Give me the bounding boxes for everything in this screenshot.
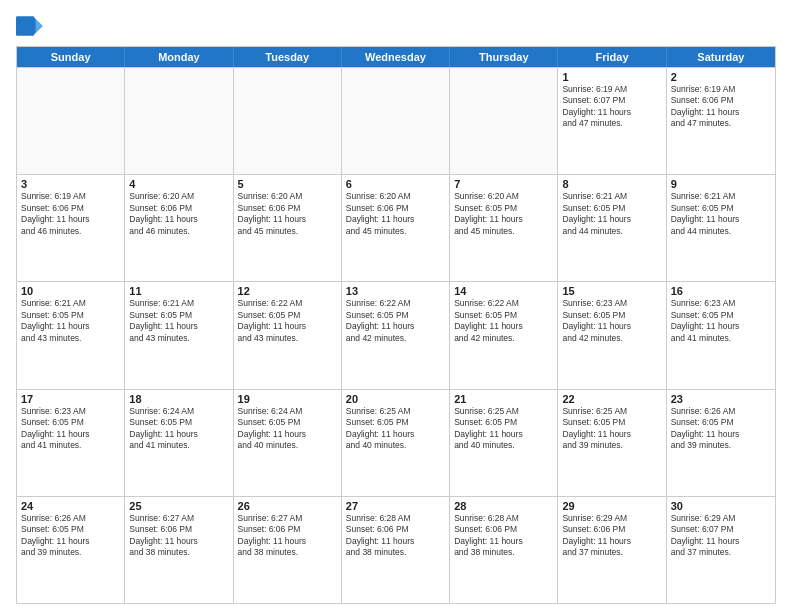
calendar-cell: 9Sunrise: 6:21 AM Sunset: 6:05 PM Daylig… [667,175,775,281]
day-number: 6 [346,178,445,190]
calendar-cell: 30Sunrise: 6:29 AM Sunset: 6:07 PM Dayli… [667,497,775,603]
logo [16,12,48,40]
day-number: 8 [562,178,661,190]
calendar-cell [450,68,558,174]
calendar-body: 1Sunrise: 6:19 AM Sunset: 6:07 PM Daylig… [17,67,775,603]
calendar-week-3: 17Sunrise: 6:23 AM Sunset: 6:05 PM Dayli… [17,389,775,496]
calendar-cell: 1Sunrise: 6:19 AM Sunset: 6:07 PM Daylig… [558,68,666,174]
day-info: Sunrise: 6:19 AM Sunset: 6:06 PM Dayligh… [671,84,771,130]
calendar-cell: 6Sunrise: 6:20 AM Sunset: 6:06 PM Daylig… [342,175,450,281]
day-number: 13 [346,285,445,297]
day-info: Sunrise: 6:26 AM Sunset: 6:05 PM Dayligh… [671,406,771,452]
day-number: 19 [238,393,337,405]
calendar-cell: 8Sunrise: 6:21 AM Sunset: 6:05 PM Daylig… [558,175,666,281]
day-number: 10 [21,285,120,297]
day-number: 4 [129,178,228,190]
day-number: 9 [671,178,771,190]
day-info: Sunrise: 6:23 AM Sunset: 6:05 PM Dayligh… [21,406,120,452]
day-info: Sunrise: 6:25 AM Sunset: 6:05 PM Dayligh… [562,406,661,452]
day-info: Sunrise: 6:25 AM Sunset: 6:05 PM Dayligh… [346,406,445,452]
day-info: Sunrise: 6:20 AM Sunset: 6:06 PM Dayligh… [238,191,337,237]
calendar-week-0: 1Sunrise: 6:19 AM Sunset: 6:07 PM Daylig… [17,67,775,174]
calendar-cell: 19Sunrise: 6:24 AM Sunset: 6:05 PM Dayli… [234,390,342,496]
day-info: Sunrise: 6:23 AM Sunset: 6:05 PM Dayligh… [562,298,661,344]
calendar-cell: 12Sunrise: 6:22 AM Sunset: 6:05 PM Dayli… [234,282,342,388]
day-number: 30 [671,500,771,512]
day-info: Sunrise: 6:22 AM Sunset: 6:05 PM Dayligh… [346,298,445,344]
day-header-monday: Monday [125,47,233,67]
calendar-cell: 29Sunrise: 6:29 AM Sunset: 6:06 PM Dayli… [558,497,666,603]
day-info: Sunrise: 6:27 AM Sunset: 6:06 PM Dayligh… [129,513,228,559]
day-number: 29 [562,500,661,512]
day-info: Sunrise: 6:21 AM Sunset: 6:05 PM Dayligh… [21,298,120,344]
day-info: Sunrise: 6:20 AM Sunset: 6:06 PM Dayligh… [129,191,228,237]
day-info: Sunrise: 6:26 AM Sunset: 6:05 PM Dayligh… [21,513,120,559]
day-header-saturday: Saturday [667,47,775,67]
calendar-cell: 14Sunrise: 6:22 AM Sunset: 6:05 PM Dayli… [450,282,558,388]
calendar-cell [234,68,342,174]
day-number: 2 [671,71,771,83]
calendar-header: SundayMondayTuesdayWednesdayThursdayFrid… [17,47,775,67]
day-number: 3 [21,178,120,190]
day-number: 26 [238,500,337,512]
day-info: Sunrise: 6:29 AM Sunset: 6:06 PM Dayligh… [562,513,661,559]
calendar-cell: 22Sunrise: 6:25 AM Sunset: 6:05 PM Dayli… [558,390,666,496]
calendar-cell [17,68,125,174]
day-info: Sunrise: 6:27 AM Sunset: 6:06 PM Dayligh… [238,513,337,559]
calendar-cell: 26Sunrise: 6:27 AM Sunset: 6:06 PM Dayli… [234,497,342,603]
calendar-cell: 28Sunrise: 6:28 AM Sunset: 6:06 PM Dayli… [450,497,558,603]
calendar-cell: 27Sunrise: 6:28 AM Sunset: 6:06 PM Dayli… [342,497,450,603]
calendar-cell: 18Sunrise: 6:24 AM Sunset: 6:05 PM Dayli… [125,390,233,496]
day-info: Sunrise: 6:21 AM Sunset: 6:05 PM Dayligh… [671,191,771,237]
day-number: 24 [21,500,120,512]
calendar-cell: 3Sunrise: 6:19 AM Sunset: 6:06 PM Daylig… [17,175,125,281]
day-number: 21 [454,393,553,405]
logo-icon [16,12,44,40]
day-info: Sunrise: 6:22 AM Sunset: 6:05 PM Dayligh… [454,298,553,344]
day-number: 20 [346,393,445,405]
day-info: Sunrise: 6:22 AM Sunset: 6:05 PM Dayligh… [238,298,337,344]
day-number: 1 [562,71,661,83]
day-number: 22 [562,393,661,405]
day-number: 16 [671,285,771,297]
page: SundayMondayTuesdayWednesdayThursdayFrid… [0,0,792,612]
calendar-cell: 20Sunrise: 6:25 AM Sunset: 6:05 PM Dayli… [342,390,450,496]
day-number: 17 [21,393,120,405]
day-header-friday: Friday [558,47,666,67]
day-info: Sunrise: 6:21 AM Sunset: 6:05 PM Dayligh… [129,298,228,344]
day-info: Sunrise: 6:29 AM Sunset: 6:07 PM Dayligh… [671,513,771,559]
day-number: 5 [238,178,337,190]
calendar-week-2: 10Sunrise: 6:21 AM Sunset: 6:05 PM Dayli… [17,281,775,388]
calendar: SundayMondayTuesdayWednesdayThursdayFrid… [16,46,776,604]
calendar-cell: 15Sunrise: 6:23 AM Sunset: 6:05 PM Dayli… [558,282,666,388]
day-info: Sunrise: 6:24 AM Sunset: 6:05 PM Dayligh… [238,406,337,452]
day-number: 18 [129,393,228,405]
day-info: Sunrise: 6:28 AM Sunset: 6:06 PM Dayligh… [346,513,445,559]
calendar-cell: 10Sunrise: 6:21 AM Sunset: 6:05 PM Dayli… [17,282,125,388]
calendar-cell: 2Sunrise: 6:19 AM Sunset: 6:06 PM Daylig… [667,68,775,174]
day-number: 23 [671,393,771,405]
day-info: Sunrise: 6:20 AM Sunset: 6:05 PM Dayligh… [454,191,553,237]
day-header-tuesday: Tuesday [234,47,342,67]
calendar-cell: 7Sunrise: 6:20 AM Sunset: 6:05 PM Daylig… [450,175,558,281]
calendar-cell: 21Sunrise: 6:25 AM Sunset: 6:05 PM Dayli… [450,390,558,496]
day-number: 7 [454,178,553,190]
calendar-cell [125,68,233,174]
day-info: Sunrise: 6:20 AM Sunset: 6:06 PM Dayligh… [346,191,445,237]
calendar-week-1: 3Sunrise: 6:19 AM Sunset: 6:06 PM Daylig… [17,174,775,281]
day-header-sunday: Sunday [17,47,125,67]
calendar-cell: 24Sunrise: 6:26 AM Sunset: 6:05 PM Dayli… [17,497,125,603]
calendar-cell: 4Sunrise: 6:20 AM Sunset: 6:06 PM Daylig… [125,175,233,281]
calendar-cell: 23Sunrise: 6:26 AM Sunset: 6:05 PM Dayli… [667,390,775,496]
day-number: 12 [238,285,337,297]
day-number: 28 [454,500,553,512]
calendar-cell: 25Sunrise: 6:27 AM Sunset: 6:06 PM Dayli… [125,497,233,603]
day-info: Sunrise: 6:25 AM Sunset: 6:05 PM Dayligh… [454,406,553,452]
day-info: Sunrise: 6:24 AM Sunset: 6:05 PM Dayligh… [129,406,228,452]
calendar-cell [342,68,450,174]
day-number: 11 [129,285,228,297]
calendar-cell: 13Sunrise: 6:22 AM Sunset: 6:05 PM Dayli… [342,282,450,388]
header [16,12,776,40]
day-number: 25 [129,500,228,512]
day-number: 27 [346,500,445,512]
